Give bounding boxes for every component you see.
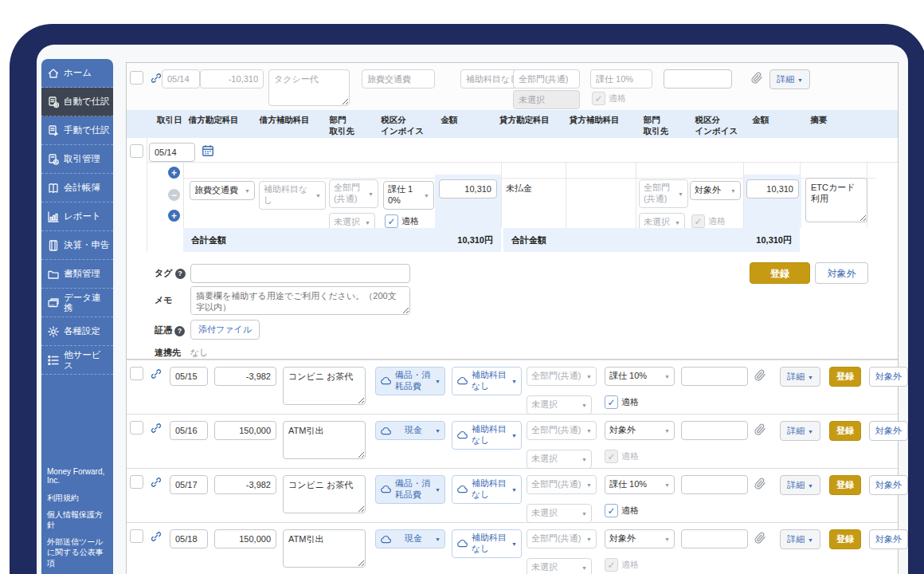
- add-line-above-button[interactable]: +: [168, 167, 180, 179]
- debit-department-dropdown[interactable]: 全部門(共通): [329, 179, 378, 208]
- row-memo-textarea[interactable]: コンビニ お茶代: [283, 475, 366, 513]
- row-select-checkbox[interactable]: [130, 367, 143, 380]
- row-partner-dropdown[interactable]: 未選択: [527, 558, 592, 574]
- detail-button[interactable]: 詳細: [780, 529, 820, 549]
- row-department-dropdown[interactable]: 全部門(共通): [527, 367, 597, 386]
- detail-button[interactable]: 詳細: [780, 421, 820, 441]
- row-account-dropdown[interactable]: 備品・消耗品費: [375, 475, 445, 504]
- pending-date-input[interactable]: [162, 69, 200, 88]
- paperclip-icon[interactable]: [754, 423, 767, 435]
- pending-memo-textarea[interactable]: タクシー代: [268, 69, 350, 106]
- row-select-checkbox[interactable]: [130, 421, 143, 434]
- sidebar-item-data-link[interactable]: データ連携: [41, 289, 113, 317]
- row-memo-textarea[interactable]: ATM引出: [283, 421, 366, 459]
- row-date-input[interactable]: [170, 367, 208, 386]
- qualified-checkbox[interactable]: [605, 450, 618, 463]
- row-tax-dropdown[interactable]: 対象外: [605, 529, 675, 548]
- row-desc-input[interactable]: [681, 367, 748, 386]
- row-department-dropdown[interactable]: 全部門(共通): [527, 529, 597, 548]
- row-account-dropdown[interactable]: 備品・消耗品費: [375, 367, 445, 395]
- detail-button[interactable]: 詳細: [769, 69, 810, 89]
- qualified-checkbox[interactable]: [605, 504, 618, 517]
- row-amount-input[interactable]: [214, 529, 276, 548]
- row-desc-input[interactable]: [681, 475, 748, 494]
- pending-partner-field[interactable]: [513, 90, 580, 109]
- help-icon[interactable]: ?: [175, 269, 186, 279]
- row-memo-textarea[interactable]: ATM引出: [283, 529, 366, 568]
- credit-amount-input[interactable]: [746, 179, 799, 199]
- debit-amount-input[interactable]: [439, 179, 497, 199]
- register-button[interactable]: 登録: [750, 262, 810, 284]
- row-amount-input[interactable]: [214, 367, 276, 386]
- debit-account-dropdown[interactable]: 旅費交通費: [190, 181, 255, 200]
- sidebar-item-manual-journal[interactable]: 手動で仕訳: [41, 116, 113, 145]
- qualified-checkbox[interactable]: [385, 214, 398, 228]
- detail-button[interactable]: 詳細: [780, 475, 820, 495]
- attach-file-button[interactable]: 添付ファイル: [190, 320, 260, 340]
- row-amount-input[interactable]: [214, 421, 276, 440]
- debit-subaccount-dropdown[interactable]: 補助科目なし: [259, 181, 326, 210]
- calendar-icon[interactable]: [202, 144, 214, 157]
- remove-line-button[interactable]: −: [168, 189, 180, 201]
- row-desc-input[interactable]: [681, 529, 748, 548]
- row-partner-dropdown[interactable]: 未選択: [527, 450, 592, 469]
- qualified-checkbox[interactable]: [605, 395, 618, 409]
- row-subaccount-dropdown[interactable]: 補助科目なし: [452, 367, 522, 395]
- editor-date-input[interactable]: [149, 143, 195, 162]
- qualified-checkbox[interactable]: [592, 92, 605, 105]
- row-memo-textarea[interactable]: コンビニ お茶代: [283, 367, 366, 405]
- sidebar-item-transactions[interactable]: 取引管理: [41, 145, 113, 174]
- exclude-button[interactable]: 対象外: [869, 367, 908, 387]
- row-partner-dropdown[interactable]: 未選択: [527, 395, 592, 415]
- exclude-button[interactable]: 対象外: [869, 421, 908, 441]
- pending-account-field[interactable]: [362, 69, 435, 88]
- memo-textarea[interactable]: [190, 286, 410, 315]
- sidebar-item-documents[interactable]: 書類管理: [41, 260, 113, 289]
- row-subaccount-dropdown[interactable]: 補助科目なし: [452, 475, 522, 504]
- register-button[interactable]: 登録: [829, 367, 861, 387]
- credit-tax-dropdown[interactable]: 対象外: [690, 181, 741, 200]
- exclude-button[interactable]: 対象外: [815, 262, 868, 284]
- row-account-dropdown[interactable]: 現金: [375, 529, 445, 548]
- row-subaccount-dropdown[interactable]: 補助科目なし: [452, 529, 522, 558]
- row-select-checkbox[interactable]: [130, 529, 143, 543]
- footer-link-1[interactable]: 個人情報保護方針: [47, 509, 108, 531]
- paperclip-icon[interactable]: [751, 71, 764, 84]
- sidebar-item-closing[interactable]: 決算・申告: [41, 231, 113, 260]
- sidebar-item-auto-journal[interactable]: 自動で仕訳: [41, 88, 113, 116]
- register-button[interactable]: 登録: [829, 475, 861, 495]
- sidebar-item-other-services[interactable]: 他サービス: [41, 346, 113, 375]
- row-amount-input[interactable]: [214, 475, 276, 494]
- qualified-checkbox[interactable]: [691, 214, 705, 228]
- row-partner-dropdown[interactable]: 未選択: [527, 504, 592, 523]
- row-department-dropdown[interactable]: 全部門(共通): [527, 475, 597, 494]
- footer-link-0[interactable]: 利用規約: [47, 493, 108, 504]
- row-tax-dropdown[interactable]: 対象外: [605, 421, 675, 440]
- paperclip-icon[interactable]: [754, 531, 767, 544]
- pending-department-field[interactable]: [513, 69, 580, 88]
- add-line-below-button[interactable]: +: [168, 210, 180, 222]
- row-date-input[interactable]: [170, 475, 208, 494]
- sidebar-item-ledger[interactable]: 会計帳簿: [41, 174, 113, 202]
- detail-button[interactable]: 詳細: [780, 367, 820, 387]
- pending-desc-input[interactable]: [664, 69, 732, 88]
- row-date-input[interactable]: [170, 529, 208, 548]
- sidebar-item-home[interactable]: ホーム: [41, 59, 113, 88]
- row-tax-dropdown[interactable]: 課仕 10%: [605, 475, 675, 494]
- sidebar-item-reports[interactable]: レポート: [41, 202, 113, 231]
- row-date-input[interactable]: [170, 421, 208, 440]
- row-select-checkbox[interactable]: [130, 71, 143, 85]
- row-select-checkbox[interactable]: [130, 144, 143, 158]
- help-icon[interactable]: ?: [174, 326, 185, 336]
- tag-input[interactable]: [190, 264, 410, 283]
- paperclip-icon[interactable]: [754, 477, 767, 489]
- editor-memo-textarea[interactable]: ETCカード利用: [805, 178, 867, 222]
- qualified-checkbox[interactable]: [605, 558, 618, 572]
- row-account-dropdown[interactable]: 現金: [375, 421, 445, 440]
- row-subaccount-dropdown[interactable]: 補助科目なし: [452, 421, 522, 450]
- row-tax-dropdown[interactable]: 課仕 10%: [605, 367, 675, 386]
- row-select-checkbox[interactable]: [130, 475, 143, 489]
- debit-tax-dropdown[interactable]: 課仕 10%: [383, 181, 434, 210]
- exclude-button[interactable]: 対象外: [869, 529, 908, 549]
- exclude-button[interactable]: 対象外: [869, 475, 908, 495]
